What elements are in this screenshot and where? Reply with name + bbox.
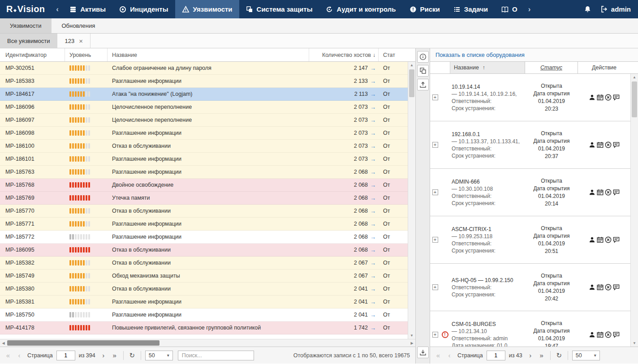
scroll-left-icon[interactable]: ◀ (0, 339, 7, 347)
page-input[interactable] (56, 351, 75, 360)
cancel-button[interactable] (605, 284, 612, 291)
close-icon[interactable]: × (79, 38, 83, 44)
expand-button[interactable]: + (432, 142, 438, 148)
open-hosts-icon[interactable]: → (370, 169, 376, 176)
comment-button[interactable] (613, 141, 620, 148)
expand-button[interactable]: + (432, 332, 438, 338)
nav-item-tasks[interactable]: Задачи (447, 0, 495, 18)
first-page-button[interactable]: « (4, 351, 13, 360)
vulnerability-row[interactable]: MP-185750 Разглашение информации 2 041 →… (0, 308, 408, 321)
export-button[interactable] (417, 79, 429, 90)
assign-user-button[interactable] (589, 284, 595, 291)
vulnerability-row[interactable]: MP-185381 Разглашение информации 2 041 →… (0, 295, 408, 308)
open-hosts-icon[interactable]: → (370, 260, 376, 266)
assign-user-button[interactable] (589, 236, 595, 243)
open-hosts-icon[interactable]: → (370, 208, 376, 214)
cancel-button[interactable] (605, 94, 612, 101)
page-input[interactable] (487, 351, 505, 360)
vulnerability-row[interactable]: MP-185770 Отказ в обслуживании 2 068 → О… (0, 205, 408, 218)
vulnerability-row[interactable]: MP-186101 Разглашение информации 2 073 →… (0, 153, 408, 166)
related-objects-button[interactable] (417, 65, 429, 77)
scroll-up-icon[interactable]: ▲ (631, 74, 638, 81)
user-menu[interactable]: admin (597, 0, 638, 18)
open-hosts-icon[interactable]: → (370, 234, 376, 240)
schedule-button[interactable] (597, 331, 604, 338)
cancel-button[interactable] (605, 331, 612, 338)
open-hosts-icon[interactable]: → (370, 195, 376, 201)
open-hosts-icon[interactable]: → (370, 312, 376, 318)
assign-user-button[interactable] (589, 331, 595, 338)
nav-scroll-left-icon[interactable]: ‹ (52, 0, 63, 18)
comment-button[interactable] (613, 189, 620, 196)
vulnerability-row[interactable]: MP-185383 Разглашение информации 2 133 →… (0, 75, 408, 88)
vulnerability-row[interactable]: MP-185772 Разглашение информации 2 068 →… (0, 231, 408, 244)
equipment-row[interactable]: + ! CSM-01-BURGES — 10.21.34.10 Ответств… (430, 311, 630, 347)
vulnerability-row[interactable]: MP-302051 Слабое ограничение на длину па… (0, 62, 408, 75)
vulnerability-row[interactable]: MP-184617 Атака "на понижение" (Logjam) … (0, 88, 408, 101)
nav-item-assets[interactable]: Активы (63, 0, 112, 18)
scroll-down-icon[interactable]: ▼ (631, 340, 638, 347)
column-header-identifier[interactable]: Идентификатор (0, 48, 65, 61)
refresh-button[interactable]: ↻ (128, 351, 137, 360)
equipment-row[interactable]: + ! AS-HQ-05 — 10.99.2.150 Ответственный… (430, 264, 630, 311)
open-hosts-icon[interactable]: → (370, 156, 376, 163)
vulnerability-row[interactable]: MP-186095 Отказ в обслуживании 2 068 → О… (0, 244, 408, 257)
column-header-equipment-name[interactable]: Название ↑ (450, 62, 525, 73)
open-hosts-icon[interactable]: → (370, 91, 376, 98)
cancel-button[interactable] (605, 189, 612, 196)
filter-tab-123[interactable]: 123 × (57, 34, 90, 48)
horizontal-scrollbar[interactable]: ◀ ▶ (0, 339, 415, 347)
open-hosts-icon[interactable]: → (370, 286, 376, 292)
expand-button[interactable]: + (432, 237, 438, 243)
vertical-scrollbar[interactable]: ▲ ▼ (630, 74, 638, 347)
first-page-button[interactable]: « (434, 351, 443, 360)
vulnerability-row[interactable]: MP-185763 Разглашение информации 2 068 →… (0, 166, 408, 179)
scroll-up-icon[interactable]: ▲ (408, 62, 415, 69)
next-page-button[interactable]: › (526, 351, 535, 360)
open-hosts-icon[interactable]: → (370, 182, 376, 188)
tab-updates[interactable]: Обновления (52, 18, 105, 33)
open-hosts-icon[interactable]: → (370, 65, 376, 72)
last-page-button[interactable]: » (537, 351, 546, 360)
scrollbar-thumb[interactable] (632, 81, 637, 117)
vulnerability-row[interactable]: MP-186096 Целочисленное переполнение 2 0… (0, 101, 408, 114)
open-hosts-icon[interactable]: → (370, 299, 376, 305)
open-hosts-icon[interactable]: → (370, 273, 376, 279)
column-header-hosts[interactable]: Количество хостов ↓ (309, 48, 379, 61)
column-header-status[interactable]: Стат (379, 48, 415, 61)
comment-button[interactable] (613, 284, 620, 291)
vulnerability-row[interactable]: MP-185380 Отказ в обслуживании 2 041 → О… (0, 283, 408, 295)
expand-button[interactable]: + (432, 189, 438, 195)
column-header-equipment-status[interactable]: Статус (525, 62, 578, 73)
scrollbar-thumb[interactable] (409, 69, 414, 97)
open-hosts-icon[interactable]: → (370, 247, 376, 253)
page-size-select[interactable]: 50 ▾ (145, 351, 173, 360)
scroll-down-icon[interactable]: ▼ (408, 332, 415, 339)
info-button[interactable] (417, 51, 429, 63)
column-header-level[interactable]: Уровень (65, 48, 108, 61)
schedule-button[interactable] (597, 236, 604, 243)
vulnerability-row[interactable]: MP-186098 Разглашение информации 2 073 →… (0, 127, 408, 140)
vertical-scrollbar[interactable]: ▲ ▼ (408, 62, 415, 339)
open-hosts-icon[interactable]: → (370, 78, 376, 85)
expand-button[interactable]: + (432, 284, 438, 290)
assign-user-button[interactable] (589, 189, 595, 196)
nav-item-audit[interactable]: Аудит и контроль (319, 0, 402, 18)
vulnerability-row[interactable]: MP-185769 Утечка памяти 2 068 → От (0, 192, 408, 205)
nav-scroll-right-icon[interactable]: › (524, 0, 535, 18)
download-button[interactable] (417, 347, 429, 358)
prev-page-button[interactable]: ‹ (15, 351, 24, 360)
comment-button[interactable] (613, 331, 620, 338)
open-hosts-icon[interactable]: → (370, 117, 376, 124)
open-hosts-icon[interactable]: → (370, 325, 376, 331)
vulnerability-row[interactable]: MP-186100 Отказ в обслуживании 2 073 → О… (0, 140, 408, 153)
schedule-button[interactable] (597, 284, 604, 291)
vulnerability-row[interactable]: MP-185768 Двойное освобождение 2 068 → О… (0, 179, 408, 192)
nav-item-reports[interactable]: О (495, 0, 524, 18)
vulnerability-row[interactable]: MP-185382 Отказ в обслуживании 2 067 → О… (0, 257, 408, 270)
refresh-button[interactable]: ↻ (555, 351, 564, 360)
search-input[interactable] (178, 351, 254, 360)
column-header-equipment-action[interactable]: Действие (578, 62, 630, 73)
expand-button[interactable]: + (432, 94, 438, 100)
schedule-button[interactable] (597, 189, 604, 196)
